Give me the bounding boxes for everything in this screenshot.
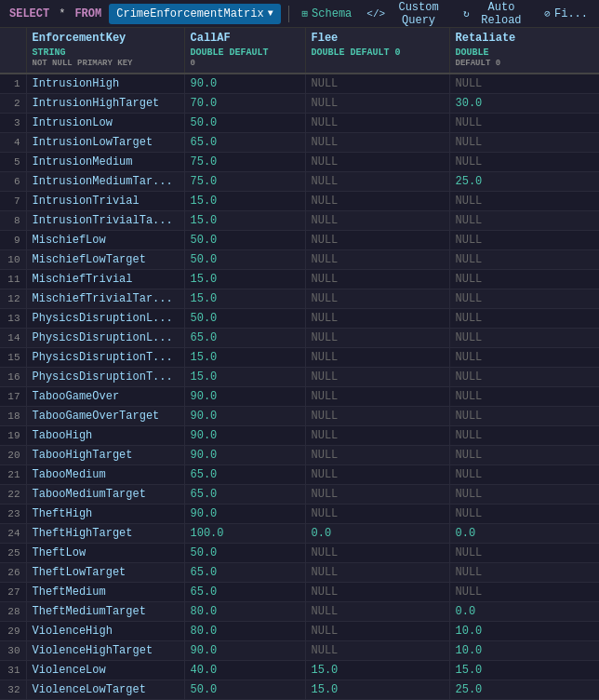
- col-header-callaf: CallAF DOUBLE DEFAULT 0: [184, 28, 305, 74]
- auto-reload-button[interactable]: ↻ Auto Reload: [458, 0, 535, 29]
- cell-enforcement: TheftMediumTarget: [26, 602, 184, 622]
- cell-callaf: 70.0: [184, 94, 305, 114]
- col-type-enforcement: STRING: [33, 47, 179, 59]
- cell-flee: NULL: [305, 622, 449, 641]
- table-row[interactable]: 18TabooGameOverTarget90.0NULLNULL: [0, 407, 599, 426]
- table-row[interactable]: 10MischiefLowTarget50.0NULLNULL: [0, 250, 599, 270]
- table-row[interactable]: 24TheftHighTarget100.00.00.0: [0, 524, 599, 544]
- table-row[interactable]: 7IntrusionTrivial15.0NULLNULL: [0, 192, 599, 211]
- table-selector-button[interactable]: CrimeEnforcementMatrix ▼: [109, 4, 280, 24]
- table-row[interactable]: 2IntrusionHighTarget70.0NULL30.0: [0, 94, 599, 114]
- column-header-row: EnforcementKey STRING NOT NULL PRIMARY K…: [0, 28, 599, 74]
- cell-enforcement: IntrusionLow: [26, 114, 184, 133]
- cell-callaf: 50.0: [184, 231, 305, 250]
- table-row[interactable]: 16PhysicsDisruptionT...15.0NULLNULL: [0, 368, 599, 387]
- table-row[interactable]: 5IntrusionMedium75.0NULLNULL: [0, 153, 599, 172]
- cell-retaliate: NULL: [449, 192, 599, 211]
- col-type-retaliate: DOUBLE: [456, 47, 593, 59]
- table-row[interactable]: 15PhysicsDisruptionT...15.0NULLNULL: [0, 348, 599, 368]
- cell-flee: NULL: [305, 74, 449, 94]
- cell-retaliate: NULL: [449, 485, 599, 505]
- table-row[interactable]: 29ViolenceHigh80.0NULL10.0: [0, 622, 599, 641]
- cell-retaliate: NULL: [449, 329, 599, 348]
- reload-icon: ↻: [463, 7, 470, 20]
- schema-label: Schema: [312, 7, 352, 20]
- cell-retaliate: 30.0: [449, 94, 599, 114]
- table-row[interactable]: 20TabooHighTarget90.0NULLNULL: [0, 446, 599, 465]
- cell-rownum: 27: [0, 583, 26, 602]
- star-symbol: *: [57, 7, 67, 20]
- cell-rownum: 14: [0, 329, 26, 348]
- cell-flee: NULL: [305, 446, 449, 465]
- cell-rownum: 30: [0, 641, 26, 661]
- table-row[interactable]: 23TheftHigh90.0NULLNULL: [0, 505, 599, 524]
- table-row[interactable]: 28TheftMediumTarget80.0NULL0.0: [0, 602, 599, 622]
- col-name-callaf: CallAF: [191, 32, 300, 47]
- cell-flee: 0.0: [305, 524, 449, 544]
- table-row[interactable]: 30ViolenceHighTarget90.0NULL10.0: [0, 641, 599, 661]
- table-row[interactable]: 14PhysicsDisruptionL...65.0NULLNULL: [0, 329, 599, 348]
- auto-reload-label: Auto Reload: [473, 1, 530, 27]
- table-row[interactable]: 22TabooMediumTarget65.0NULLNULL: [0, 485, 599, 505]
- cell-rownum: 16: [0, 368, 26, 387]
- table-row[interactable]: 19TabooHigh90.0NULLNULL: [0, 426, 599, 446]
- cell-rownum: 1: [0, 74, 26, 94]
- table-row[interactable]: 1IntrusionHigh90.0NULLNULL: [0, 74, 599, 94]
- col-header-rownum: [0, 28, 26, 74]
- cell-flee: NULL: [305, 114, 449, 133]
- cell-enforcement: TheftHighTarget: [26, 524, 184, 544]
- col-header-flee: Flee DOUBLE DEFAULT 0: [305, 28, 449, 74]
- col-constraint-retaliate: DEFAULT 0: [456, 59, 593, 70]
- table-row[interactable]: 31ViolenceLow40.015.015.0: [0, 661, 599, 680]
- cell-rownum: 4: [0, 133, 26, 153]
- filter-button[interactable]: ⊘ Fi...: [539, 6, 593, 22]
- cell-flee: NULL: [305, 641, 449, 661]
- cell-rownum: 3: [0, 114, 26, 133]
- table-row[interactable]: 11MischiefTrivial15.0NULLNULL: [0, 270, 599, 289]
- table-row[interactable]: 21TabooMedium65.0NULLNULL: [0, 465, 599, 485]
- schema-button[interactable]: ⊞ Schema: [296, 6, 357, 22]
- table-row[interactable]: 3IntrusionLow50.0NULLNULL: [0, 114, 599, 133]
- table-row[interactable]: 17TabooGameOver90.0NULLNULL: [0, 387, 599, 407]
- cell-callaf: 50.0: [184, 250, 305, 270]
- cell-retaliate: 0.0: [449, 602, 599, 622]
- cell-enforcement: PhysicsDisruptionL...: [26, 329, 184, 348]
- col-name-retaliate: Retaliate: [456, 32, 593, 47]
- cell-retaliate: NULL: [449, 211, 599, 231]
- cell-rownum: 22: [0, 485, 26, 505]
- cell-flee: NULL: [305, 192, 449, 211]
- cell-callaf: 50.0: [184, 680, 305, 700]
- col-header-enforcement: EnforcementKey STRING NOT NULL PRIMARY K…: [26, 28, 184, 74]
- cell-callaf: 65.0: [184, 583, 305, 602]
- cell-retaliate: NULL: [449, 74, 599, 94]
- table-row[interactable]: 26TheftLowTarget65.0NULLNULL: [0, 563, 599, 583]
- cell-flee: NULL: [305, 231, 449, 250]
- table-row[interactable]: 6IntrusionMediumTar...75.0NULL25.0: [0, 172, 599, 192]
- cell-rownum: 21: [0, 465, 26, 485]
- cell-rownum: 12: [0, 289, 26, 309]
- col-constraint-callaf: 0: [191, 59, 300, 70]
- table-row[interactable]: 13PhysicsDisruptionL...50.0NULLNULL: [0, 309, 599, 329]
- cell-callaf: 15.0: [184, 348, 305, 368]
- cell-callaf: 50.0: [184, 544, 305, 563]
- table-row[interactable]: 9MischiefLow50.0NULLNULL: [0, 231, 599, 250]
- cell-rownum: 25: [0, 544, 26, 563]
- cell-rownum: 28: [0, 602, 26, 622]
- cell-enforcement: MischiefTrivial: [26, 270, 184, 289]
- table-row[interactable]: 4IntrusionLowTarget65.0NULLNULL: [0, 133, 599, 153]
- table-row[interactable]: 12MischiefTrivialTar...15.0NULLNULL: [0, 289, 599, 309]
- cell-flee: NULL: [305, 348, 449, 368]
- cell-callaf: 90.0: [184, 446, 305, 465]
- cell-retaliate: NULL: [449, 368, 599, 387]
- cell-callaf: 65.0: [184, 133, 305, 153]
- table-row[interactable]: 27TheftMedium65.0NULLNULL: [0, 583, 599, 602]
- table-row[interactable]: 25TheftLow50.0NULLNULL: [0, 544, 599, 563]
- table-row[interactable]: 8IntrusionTrivialTa...15.0NULLNULL: [0, 211, 599, 231]
- cell-enforcement: TheftLowTarget: [26, 563, 184, 583]
- cell-enforcement: IntrusionHigh: [26, 74, 184, 94]
- table-row[interactable]: 32ViolenceLowTarget50.015.025.0: [0, 680, 599, 700]
- cell-retaliate: NULL: [449, 231, 599, 250]
- cell-enforcement: TabooMedium: [26, 465, 184, 485]
- col-header-retaliate: Retaliate DOUBLE DEFAULT 0: [449, 28, 599, 74]
- custom-query-button[interactable]: </> Custom Query: [361, 0, 454, 29]
